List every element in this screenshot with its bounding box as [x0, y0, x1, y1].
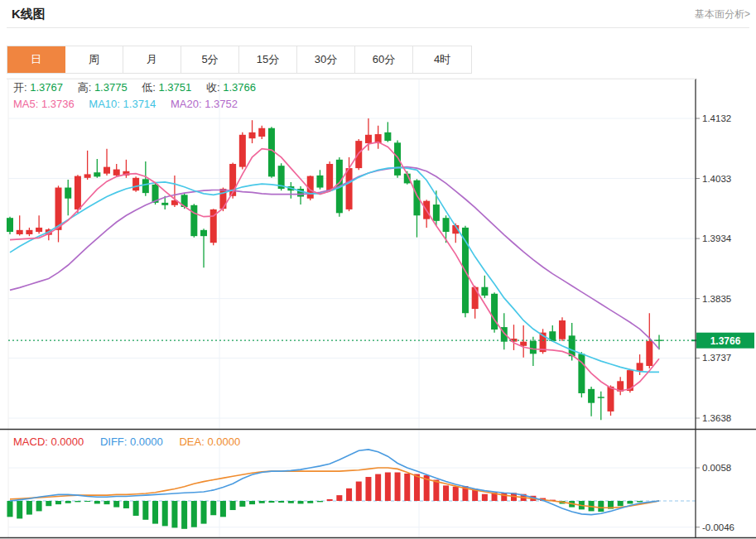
ma5-line — [10, 142, 659, 391]
low-value: 1.3751 — [159, 81, 192, 94]
candle-body — [104, 167, 110, 174]
macd-histogram-bar — [162, 501, 168, 526]
candle-body — [637, 363, 643, 371]
price-axis-label: 1.4033 — [702, 174, 731, 184]
macd-histogram-bar — [220, 501, 226, 517]
fundamental-analysis-link[interactable]: 基本面分析> — [695, 7, 750, 22]
macd-histogram-bar — [356, 482, 362, 501]
candle-body — [75, 176, 81, 209]
macd-histogram-bar — [501, 493, 507, 501]
macd-histogram-bar — [375, 474, 381, 501]
macd-histogram-bar — [55, 501, 61, 504]
current-price-value: 1.3766 — [710, 335, 741, 347]
macd-histogram-bar — [637, 501, 643, 502]
diff-value: 0.0000 — [130, 436, 163, 448]
open-label: 开: — [13, 81, 27, 94]
candle-body — [433, 205, 440, 221]
macd-histogram-bar — [414, 474, 420, 501]
candle-body — [365, 135, 372, 143]
macd-histogram-bar — [75, 501, 80, 502]
candle-body — [346, 168, 353, 209]
tab-4时[interactable]: 4时 — [413, 46, 471, 73]
macd-histogram-bar — [443, 485, 449, 501]
ma5-value: 1.3736 — [41, 98, 75, 110]
macd-histogram-bar — [385, 473, 391, 501]
macd-histogram-bar — [336, 495, 342, 501]
macd-histogram-bar — [317, 501, 323, 502]
macd-histogram-bar — [210, 501, 216, 515]
price-axis-label: 1.3737 — [702, 353, 731, 363]
macd-histogram-bar — [65, 501, 71, 503]
macd-value: 0.0000 — [51, 436, 84, 448]
macd-histogram-bar — [249, 501, 255, 504]
macd-histogram-bar — [627, 501, 633, 503]
candle-body — [7, 218, 13, 232]
candle-body — [65, 188, 71, 199]
candle-body — [472, 287, 479, 309]
candle-body — [588, 389, 595, 403]
ma5-label: MA5: — [13, 98, 38, 110]
macd-histogram-bar — [36, 501, 42, 511]
macd-histogram-bar — [598, 501, 604, 512]
close-value: 1.3766 — [223, 81, 256, 94]
candle-body — [326, 164, 333, 190]
tab-60分[interactable]: 60分 — [355, 46, 413, 73]
tab-月[interactable]: 月 — [123, 46, 181, 73]
macd-histogram-bar — [104, 501, 110, 504]
candle-body — [316, 176, 323, 188]
dea-label: DEA: — [179, 436, 204, 448]
macd-histogram-bar — [433, 479, 439, 501]
macd-label: MACD: — [13, 436, 48, 448]
price-axis-label: 1.3638 — [702, 413, 731, 423]
period-tab-bar: 日周月5分15分30分60分4时 — [7, 46, 472, 74]
candle-body — [132, 178, 139, 190]
macd-axis-label: -0.0046 — [702, 522, 734, 532]
ma10-line — [10, 167, 659, 372]
price-axis-label: 1.3934 — [702, 233, 732, 243]
macd-histogram-bar — [404, 474, 410, 501]
macd-histogram-bar — [113, 501, 119, 508]
candle-body — [190, 205, 197, 236]
macd-histogram-bar — [268, 501, 274, 503]
candle-body — [394, 142, 401, 176]
macd-histogram-bar — [133, 501, 139, 516]
macd-histogram-bar — [307, 501, 313, 503]
candle-body — [26, 230, 32, 234]
candle-body — [258, 128, 265, 137]
candle-body — [17, 230, 23, 234]
macd-histogram-bar — [239, 501, 245, 507]
candle-body — [200, 230, 207, 236]
ma10-label: MA10: — [89, 98, 120, 110]
tab-15分[interactable]: 15分 — [239, 46, 297, 73]
kline-app: 1.41321.40331.39341.38351.37371.36380.00… — [0, 0, 756, 539]
price-axis-label: 1.3835 — [702, 294, 731, 304]
macd-readout: MACD: 0.0000 DIFF: 0.0000 DEA: 0.0000 — [13, 436, 240, 448]
candle-body — [569, 335, 575, 356]
candle-body — [239, 135, 246, 167]
high-label: 高: — [78, 81, 92, 94]
tab-5分[interactable]: 5分 — [181, 46, 239, 73]
macd-histogram-bar — [453, 487, 459, 501]
candle-body — [94, 172, 100, 176]
candle-body — [113, 170, 120, 176]
candle-body — [355, 141, 362, 168]
candle-body — [161, 203, 168, 205]
candle-body — [249, 132, 256, 138]
close-label: 收: — [206, 81, 220, 94]
diff-label: DIFF: — [100, 436, 128, 448]
tab-日[interactable]: 日 — [7, 46, 65, 73]
tab-周[interactable]: 周 — [65, 46, 123, 73]
candle-body — [607, 387, 614, 411]
open-value: 1.3767 — [30, 81, 63, 94]
tab-30分[interactable]: 30分 — [297, 46, 355, 73]
high-value: 1.3775 — [94, 81, 128, 94]
macd-histogram-bar — [171, 501, 177, 527]
macd-histogram-bar — [152, 501, 158, 524]
ma10-value: 1.3714 — [123, 98, 156, 110]
candle-body — [36, 228, 42, 232]
candle-body — [142, 179, 149, 193]
macd-histogram-bar — [17, 501, 22, 518]
macd-histogram-bar — [26, 501, 32, 515]
ma20-label: MA20: — [171, 98, 202, 110]
candle-body — [481, 287, 488, 296]
